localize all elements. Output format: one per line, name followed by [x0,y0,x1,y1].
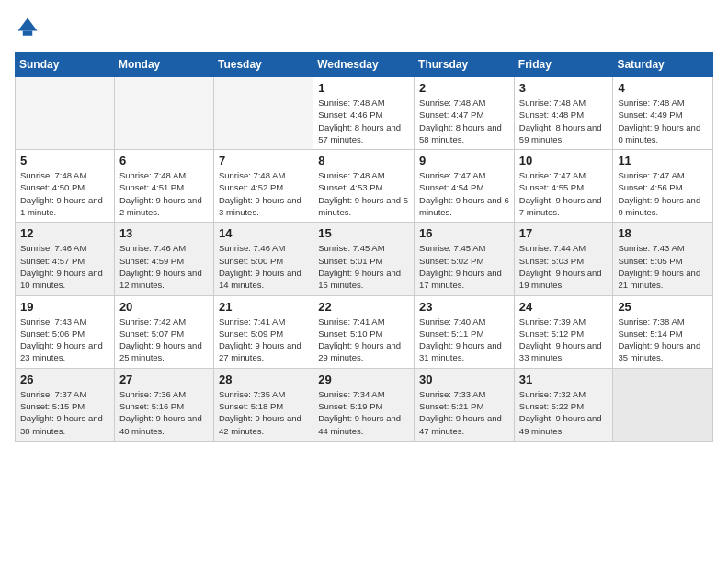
day-number: 14 [219,226,308,240]
week-row-2: 12Sunrise: 7:46 AM Sunset: 4:57 PM Dayli… [16,223,713,295]
day-info: Sunrise: 7:41 AM Sunset: 5:09 PM Dayligh… [219,316,308,364]
day-number: 24 [519,300,609,314]
day-cell: 8Sunrise: 7:48 AM Sunset: 4:53 PM Daylig… [313,150,415,223]
weekday-header-saturday: Saturday [613,52,713,77]
weekday-header-sunday: Sunday [16,52,115,77]
weekday-header-friday: Friday [514,52,613,77]
logo-icon [15,15,40,40]
day-cell: 13Sunrise: 7:46 AM Sunset: 4:59 PM Dayli… [114,223,213,295]
day-cell: 3Sunrise: 7:48 AM Sunset: 4:48 PM Daylig… [514,77,613,150]
day-info: Sunrise: 7:47 AM Sunset: 4:54 PM Dayligh… [419,169,509,218]
day-info: Sunrise: 7:41 AM Sunset: 5:10 PM Dayligh… [318,316,409,364]
day-number: 1 [318,81,409,95]
day-cell: 21Sunrise: 7:41 AM Sunset: 5:09 PM Dayli… [213,295,313,368]
day-number: 5 [20,154,109,167]
day-number: 17 [519,226,609,240]
week-row-4: 26Sunrise: 7:37 AM Sunset: 5:15 PM Dayli… [16,368,713,441]
day-number: 28 [219,373,308,386]
day-cell: 22Sunrise: 7:41 AM Sunset: 5:10 PM Dayli… [313,295,415,368]
day-info: Sunrise: 7:48 AM Sunset: 4:47 PM Dayligh… [419,97,509,145]
day-number: 21 [219,300,308,314]
day-cell: 11Sunrise: 7:47 AM Sunset: 4:56 PM Dayli… [613,150,713,223]
day-info: Sunrise: 7:36 AM Sunset: 5:16 PM Dayligh… [119,388,209,437]
day-cell: 10Sunrise: 7:47 AM Sunset: 4:55 PM Dayli… [514,150,613,223]
day-cell: 1Sunrise: 7:48 AM Sunset: 4:46 PM Daylig… [313,77,415,150]
day-number: 22 [318,300,409,314]
week-row-3: 19Sunrise: 7:43 AM Sunset: 5:06 PM Dayli… [16,295,713,368]
day-cell [213,77,313,150]
day-cell: 15Sunrise: 7:45 AM Sunset: 5:01 PM Dayli… [313,223,415,295]
day-info: Sunrise: 7:44 AM Sunset: 5:03 PM Dayligh… [519,242,609,291]
day-cell [613,368,713,441]
day-info: Sunrise: 7:48 AM Sunset: 4:48 PM Dayligh… [519,97,609,145]
day-cell: 12Sunrise: 7:46 AM Sunset: 4:57 PM Dayli… [16,223,115,295]
weekday-header-tuesday: Tuesday [213,52,313,77]
day-number: 26 [20,373,109,386]
day-number: 27 [119,373,209,386]
day-number: 2 [419,81,509,95]
day-number: 11 [618,154,708,167]
day-cell: 31Sunrise: 7:32 AM Sunset: 5:22 PM Dayli… [514,368,613,441]
weekday-header-monday: Monday [114,52,213,77]
day-number: 31 [519,373,609,386]
day-cell: 16Sunrise: 7:45 AM Sunset: 5:02 PM Dayli… [415,223,515,295]
day-info: Sunrise: 7:48 AM Sunset: 4:49 PM Dayligh… [618,97,708,145]
day-info: Sunrise: 7:40 AM Sunset: 5:11 PM Dayligh… [419,316,509,364]
day-info: Sunrise: 7:47 AM Sunset: 4:55 PM Dayligh… [519,169,609,218]
day-number: 29 [318,373,409,386]
day-number: 25 [618,300,708,314]
day-cell: 7Sunrise: 7:48 AM Sunset: 4:52 PM Daylig… [213,150,313,223]
day-number: 23 [419,300,509,314]
day-info: Sunrise: 7:43 AM Sunset: 5:06 PM Dayligh… [20,316,109,364]
day-cell: 28Sunrise: 7:35 AM Sunset: 5:18 PM Dayli… [213,368,313,441]
day-cell: 23Sunrise: 7:40 AM Sunset: 5:11 PM Dayli… [415,295,515,368]
day-cell: 9Sunrise: 7:47 AM Sunset: 4:54 PM Daylig… [415,150,515,223]
day-info: Sunrise: 7:38 AM Sunset: 5:14 PM Dayligh… [618,316,708,364]
day-cell: 25Sunrise: 7:38 AM Sunset: 5:14 PM Dayli… [613,295,713,368]
day-number: 12 [20,226,109,240]
day-cell [16,77,115,150]
day-cell: 4Sunrise: 7:48 AM Sunset: 4:49 PM Daylig… [613,77,713,150]
day-number: 15 [318,226,409,240]
day-info: Sunrise: 7:42 AM Sunset: 5:07 PM Dayligh… [119,316,209,364]
day-info: Sunrise: 7:32 AM Sunset: 5:22 PM Dayligh… [519,388,609,437]
day-cell: 20Sunrise: 7:42 AM Sunset: 5:07 PM Dayli… [114,295,213,368]
day-info: Sunrise: 7:48 AM Sunset: 4:52 PM Dayligh… [219,169,308,218]
day-cell: 27Sunrise: 7:36 AM Sunset: 5:16 PM Dayli… [114,368,213,441]
calendar: SundayMondayTuesdayWednesdayThursdayFrid… [15,52,713,442]
day-number: 20 [119,300,209,314]
day-number: 4 [618,81,708,95]
day-info: Sunrise: 7:45 AM Sunset: 5:01 PM Dayligh… [318,242,409,291]
day-number: 9 [419,154,509,167]
logo [15,15,44,40]
day-info: Sunrise: 7:39 AM Sunset: 5:12 PM Dayligh… [519,316,609,364]
day-number: 16 [419,226,509,240]
day-info: Sunrise: 7:47 AM Sunset: 4:56 PM Dayligh… [618,169,708,218]
weekday-header-thursday: Thursday [415,52,515,77]
day-number: 13 [119,226,209,240]
day-info: Sunrise: 7:48 AM Sunset: 4:46 PM Dayligh… [318,97,409,145]
week-row-1: 5Sunrise: 7:48 AM Sunset: 4:50 PM Daylig… [16,150,713,223]
day-info: Sunrise: 7:48 AM Sunset: 4:51 PM Dayligh… [119,169,209,218]
day-info: Sunrise: 7:46 AM Sunset: 4:57 PM Dayligh… [20,242,109,291]
day-info: Sunrise: 7:46 AM Sunset: 4:59 PM Dayligh… [119,242,209,291]
day-number: 30 [419,373,509,386]
svg-marker-0 [18,18,38,31]
day-number: 19 [20,300,109,314]
day-number: 3 [519,81,609,95]
day-info: Sunrise: 7:35 AM Sunset: 5:18 PM Dayligh… [219,388,308,437]
day-cell: 14Sunrise: 7:46 AM Sunset: 5:00 PM Dayli… [213,223,313,295]
day-info: Sunrise: 7:46 AM Sunset: 5:00 PM Dayligh… [219,242,308,291]
page-header [15,15,713,40]
day-cell: 19Sunrise: 7:43 AM Sunset: 5:06 PM Dayli… [16,295,115,368]
svg-rect-1 [23,31,33,36]
day-info: Sunrise: 7:37 AM Sunset: 5:15 PM Dayligh… [20,388,109,437]
day-number: 7 [219,154,308,167]
day-info: Sunrise: 7:45 AM Sunset: 5:02 PM Dayligh… [419,242,509,291]
day-info: Sunrise: 7:48 AM Sunset: 4:50 PM Dayligh… [20,169,109,218]
day-cell: 30Sunrise: 7:33 AM Sunset: 5:21 PM Dayli… [415,368,515,441]
day-cell: 29Sunrise: 7:34 AM Sunset: 5:19 PM Dayli… [313,368,415,441]
day-number: 6 [119,154,209,167]
day-number: 10 [519,154,609,167]
day-info: Sunrise: 7:34 AM Sunset: 5:19 PM Dayligh… [318,388,409,437]
